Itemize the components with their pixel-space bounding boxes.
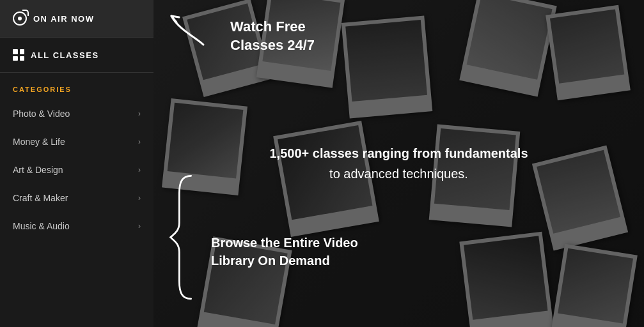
watch-free-line1: Watch Free	[230, 19, 306, 34]
browse-line1: Browse the Entire Video	[211, 236, 358, 250]
browse-library-section: Browse the Entire Video Library On Deman…	[211, 234, 358, 270]
category-label-money-life: Money & Life	[13, 137, 65, 147]
category-label-photo-video: Photo & Video	[13, 109, 70, 119]
watch-free-line2: Classes 24/7	[230, 37, 315, 53]
sidebar-item-money-life[interactable]: Money & Life ›	[0, 128, 153, 156]
watch-free-section: Watch Free Classes 24/7	[217, 18, 315, 54]
nav-on-air-label: ON AIR NOW	[33, 14, 94, 24]
chevron-right-icon: ›	[138, 222, 141, 231]
nav-on-air[interactable]: ON AIR NOW	[0, 0, 153, 38]
sidebar: ON AIR NOW ALL CLASSES CATEGORIES Photo …	[0, 0, 153, 327]
classes-count-section: 1,500+ classes ranging from fundamentals…	[239, 143, 559, 184]
chevron-right-icon: ›	[138, 194, 141, 202]
browse-line2: Library On Demand	[211, 254, 330, 268]
nav-all-classes-label: ALL CLASSES	[31, 50, 99, 60]
classes-count-line1: 1,500+ classes ranging from fundamentals	[269, 146, 528, 160]
sidebar-item-art-design[interactable]: Art & Design ›	[0, 156, 153, 184]
category-label-art-design: Art & Design	[13, 165, 63, 175]
on-air-icon	[13, 11, 27, 26]
main-content: Watch Free Classes 24/7 1,500+ classes r…	[153, 0, 644, 327]
grid-icon	[13, 49, 24, 61]
sidebar-item-craft-maker[interactable]: Craft & Maker ›	[0, 184, 153, 212]
chevron-right-icon: ›	[138, 165, 141, 174]
classes-count-text: 1,500+ classes ranging from fundamentals…	[239, 143, 559, 184]
browse-library-text: Browse the Entire Video Library On Deman…	[211, 234, 358, 270]
nav-all-classes[interactable]: ALL CLASSES	[0, 38, 153, 73]
classes-count-line2: to advanced techniques.	[329, 167, 468, 181]
watch-free-text: Watch Free Classes 24/7	[217, 18, 315, 54]
sidebar-item-photo-video[interactable]: Photo & Video ›	[0, 100, 153, 128]
sidebar-item-music-audio[interactable]: Music & Audio ›	[0, 212, 153, 240]
chevron-right-icon: ›	[138, 109, 141, 118]
category-label-craft-maker: Craft & Maker	[13, 193, 68, 203]
category-label-music-audio: Music & Audio	[13, 221, 70, 231]
categories-label: CATEGORIES	[0, 73, 153, 100]
chevron-right-icon: ›	[138, 137, 141, 146]
